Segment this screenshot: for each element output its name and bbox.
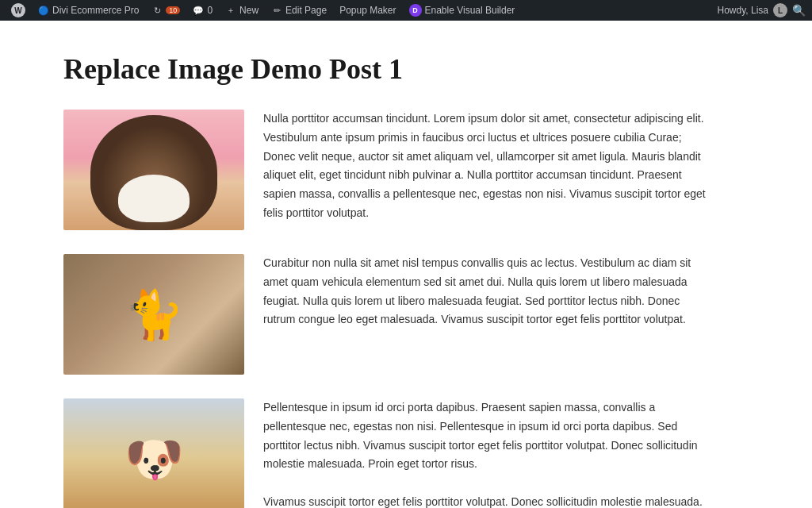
- block-3-text2: Vivamus suscipit tortor eget felis portt…: [263, 495, 703, 508]
- popup-maker-label: Popup Maker: [339, 5, 396, 16]
- new-label: New: [239, 5, 259, 16]
- image-dog1: 🐕: [63, 110, 244, 230]
- page-content: Replace Image Demo Post 1 🐕 Nulla portti…: [0, 21, 761, 508]
- updates-icon: ↻: [151, 5, 163, 16]
- admin-bar: W 🔵 Divi Ecommerce Pro ↻ 10 💬 0 + New ✏ …: [0, 0, 812, 21]
- search-icon[interactable]: 🔍: [792, 4, 806, 17]
- content-block-1: 🐕 Nulla porttitor accumsan tincidunt. Lo…: [63, 110, 714, 230]
- wordpress-icon: W: [11, 3, 25, 17]
- divi-site-icon: 🔵: [38, 5, 49, 16]
- admin-bar-popup-maker[interactable]: Popup Maker: [335, 5, 400, 16]
- content-block-2: 🐈 Curabitur non nulla sit amet nisl temp…: [63, 254, 714, 375]
- cat1-placeholder: 🐈: [63, 254, 244, 375]
- block-1-text: Nulla porttitor accumsan tincidunt. Lore…: [263, 110, 714, 223]
- howdy-label: Howdy, Lisa: [718, 5, 768, 16]
- divi-logo-icon: D: [409, 4, 422, 17]
- admin-bar-updates[interactable]: ↻ 10: [147, 5, 185, 16]
- updates-count: 10: [166, 6, 180, 14]
- image-cat1: 🐈: [63, 254, 244, 375]
- admin-bar-new[interactable]: + New: [220, 5, 263, 16]
- edit-page-label: Edit Page: [285, 5, 327, 16]
- wordpress-logo-button[interactable]: W: [6, 3, 30, 17]
- new-icon: +: [225, 5, 236, 16]
- admin-bar-comments[interactable]: 💬 0: [188, 5, 217, 16]
- admin-bar-enable-visual-builder[interactable]: D Enable Visual Builder: [404, 4, 520, 17]
- comments-count: 0: [207, 5, 213, 16]
- comments-icon: 💬: [193, 5, 204, 16]
- block-3-text: Pellentesque in ipsum id orci porta dapi…: [263, 398, 714, 508]
- admin-bar-edit-page[interactable]: ✏ Edit Page: [266, 5, 331, 16]
- admin-bar-divi-site[interactable]: 🔵 Divi Ecommerce Pro: [33, 5, 144, 16]
- image-dog2: 🐶: [63, 398, 244, 508]
- block-2-text: Curabitur non nulla sit amet nisl tempus…: [263, 254, 714, 329]
- page-title: Replace Image Demo Post 1: [63, 52, 714, 86]
- dog2-placeholder: 🐶: [63, 398, 244, 508]
- enable-visual-builder-label: Enable Visual Builder: [425, 5, 515, 16]
- block-3-text1: Pellentesque in ipsum id orci porta dapi…: [263, 401, 698, 470]
- user-avatar[interactable]: L: [773, 3, 787, 17]
- content-block-3: 🐶 Pellentesque in ipsum id orci porta da…: [63, 398, 714, 508]
- admin-bar-right: Howdy, Lisa L 🔍: [718, 3, 806, 17]
- edit-icon: ✏: [271, 5, 282, 16]
- site-name-label: Divi Ecommerce Pro: [52, 5, 139, 16]
- dog1-placeholder: 🐕: [63, 125, 244, 230]
